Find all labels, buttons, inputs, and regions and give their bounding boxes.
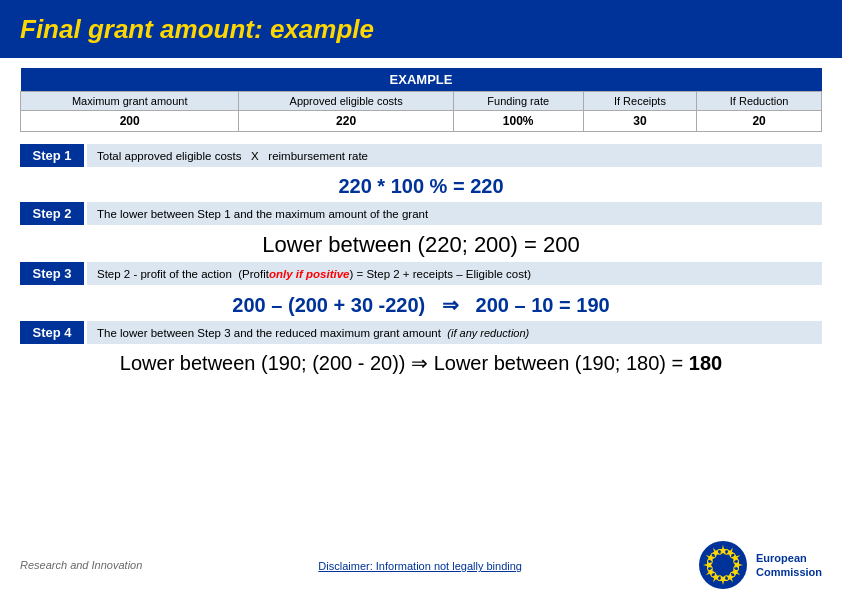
page-title: Final grant amount: example (20, 14, 374, 45)
step2-desc-text: The lower between Step 1 and the maximum… (97, 208, 428, 220)
step1-label: Step 1 (20, 144, 84, 167)
footer-center: Disclaimer: Information not legally bind… (142, 556, 698, 574)
step1-row: Step 1 Total approved eligible costs X r… (20, 144, 822, 167)
cell-funding-rate: 100% (453, 111, 583, 132)
step2-formula: Lower between (220; 200) = 200 (20, 227, 822, 262)
footer-right: European Commission (698, 540, 822, 590)
step4-row: Step 4 The lower between Step 3 and the … (20, 321, 822, 344)
step4-desc: The lower between Step 3 and the reduced… (84, 321, 822, 344)
european-commission-label: European Commission (756, 551, 822, 580)
col-header-approved: Approved eligible costs (239, 92, 453, 111)
col-header-receipts: If Receipts (583, 92, 697, 111)
step1-formula: 220 * 100 % = 220 (20, 169, 822, 202)
step4-desc-before: The lower between Step 3 and the reduced… (97, 327, 447, 339)
european-label: European (756, 552, 807, 564)
col-header-max-grant: Maximum grant amount (21, 92, 239, 111)
step2-desc: The lower between Step 1 and the maximum… (84, 202, 822, 225)
table-section-header: EXAMPLE (21, 68, 822, 92)
step4-formula: Lower between (190; (200 - 20)) ⇒ Lower … (20, 346, 822, 379)
table-section-label: EXAMPLE (21, 68, 822, 92)
cell-approved: 220 (239, 111, 453, 132)
cell-max-grant: 200 (21, 111, 239, 132)
cell-reduction: 20 (697, 111, 822, 132)
commission-label: Commission (756, 566, 822, 578)
footer: Research and Innovation Disclaimer: Info… (0, 535, 842, 595)
step3-formula: 200 – (200 + 30 -220) ⇒ 200 – 10 = 190 (20, 287, 822, 321)
header: Final grant amount: example (0, 0, 842, 58)
step1-desc: Total approved eligible costs X reimburs… (84, 144, 822, 167)
step1-desc-text: Total approved eligible costs X reimburs… (97, 150, 368, 162)
step3-desc-highlight: only if positive (269, 268, 350, 280)
cell-receipts: 30 (583, 111, 697, 132)
main-content: EXAMPLE Maximum grant amount Approved el… (0, 58, 842, 379)
table-col-headers: Maximum grant amount Approved eligible c… (21, 92, 822, 111)
step2-label: Step 2 (20, 202, 84, 225)
step3-desc-before: Step 2 - profit of the action (Profit (97, 268, 269, 280)
disclaimer-text: Disclaimer: Information not legally bind… (318, 560, 522, 572)
step4-desc-italic: (if any reduction) (447, 327, 529, 339)
step3-label: Step 3 (20, 262, 84, 285)
footer-left-text: Research and Innovation (20, 559, 142, 571)
step3-desc: Step 2 - profit of the action (Profit on… (84, 262, 822, 285)
research-innovation-label: Research and Innovation (20, 559, 142, 571)
col-header-reduction: If Reduction (697, 92, 822, 111)
table-data-row: 200 220 100% 30 20 (21, 111, 822, 132)
example-table: EXAMPLE Maximum grant amount Approved el… (20, 68, 822, 132)
step4-label: Step 4 (20, 321, 84, 344)
col-header-funding-rate: Funding rate (453, 92, 583, 111)
step3-desc-after: ) = Step 2 + receipts – Eligible cost) (349, 268, 531, 280)
steps-container: Step 1 Total approved eligible costs X r… (20, 144, 822, 379)
step3-row: Step 3 Step 2 - profit of the action (Pr… (20, 262, 822, 285)
eu-flag-icon (698, 540, 748, 590)
step2-row: Step 2 The lower between Step 1 and the … (20, 202, 822, 225)
